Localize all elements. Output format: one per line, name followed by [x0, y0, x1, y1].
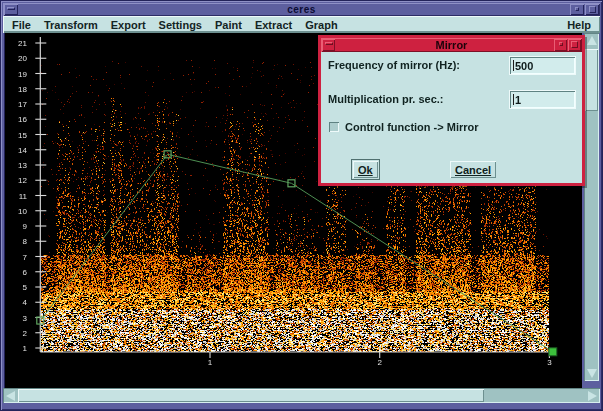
menu-graph[interactable]: Graph	[305, 19, 337, 31]
arrow-down-icon	[587, 369, 597, 378]
mirror-dialog: Mirror Frequency of mirror (Hz): 500 Mul…	[318, 35, 585, 186]
horizontal-scrollbar-thumb[interactable]	[18, 389, 484, 402]
control-function-checkbox[interactable]: Control function -> Mirror	[329, 121, 479, 133]
minimize-icon	[575, 7, 579, 11]
text-caret	[513, 60, 514, 71]
scroll-up-button[interactable]	[585, 34, 598, 47]
menu-export[interactable]: Export	[111, 19, 146, 31]
dialog-minimize-icon	[559, 42, 563, 46]
control-point-end-marker[interactable]	[549, 348, 557, 356]
dialog-body: Frequency of mirror (Hz): 500 Multiplica…	[321, 52, 582, 183]
window-title: ceres	[3, 4, 600, 15]
menubar: File Transform Export Settings Paint Ext…	[3, 16, 600, 33]
menu-settings[interactable]: Settings	[159, 19, 202, 31]
vertical-scrollbar[interactable]	[584, 33, 599, 381]
y-axis-tick-label: 13	[7, 161, 27, 170]
x-axis-tick-label: 1	[203, 358, 217, 367]
y-axis-tick-label: 1	[7, 344, 27, 353]
multiplication-input[interactable]: 1	[510, 91, 575, 108]
checkbox-label: Control function -> Mirror	[345, 121, 479, 133]
app-window: ceres File Transform Export Settings Pai…	[0, 0, 603, 411]
horizontal-scrollbar[interactable]	[3, 388, 600, 403]
text-caret	[513, 94, 514, 105]
cancel-button[interactable]: Cancel	[450, 161, 496, 178]
x-axis-tick-label: 3	[542, 358, 556, 367]
maximize-icon	[589, 6, 596, 13]
dialog-minimize-button[interactable]	[554, 39, 567, 51]
y-axis-tick-label: 12	[7, 176, 27, 185]
y-axis-tick-label: 16	[7, 115, 27, 124]
menu-file[interactable]: File	[12, 19, 31, 31]
menu-extract[interactable]: Extract	[255, 19, 292, 31]
y-axis-tick-label: 15	[7, 131, 27, 140]
y-axis-tick-label: 20	[7, 54, 27, 63]
titlebar[interactable]: ceres	[3, 3, 600, 16]
arrow-right-icon	[588, 391, 597, 401]
y-axis-tick-label: 6	[7, 268, 27, 277]
frequency-value: 500	[515, 60, 533, 72]
dialog-maximize-icon	[571, 41, 578, 48]
minimize-button[interactable]	[570, 4, 584, 15]
multiplication-value: 1	[515, 94, 521, 106]
y-axis-tick-label: 9	[7, 222, 27, 231]
vertical-scrollbar-thumb[interactable]	[585, 49, 598, 111]
maximize-button[interactable]	[585, 4, 599, 15]
frequency-label: Frequency of mirror (Hz):	[328, 59, 460, 71]
ok-button[interactable]: Ok	[353, 161, 378, 178]
x-axis-tick-label: 2	[373, 358, 387, 367]
menu-paint[interactable]: Paint	[215, 19, 242, 31]
y-axis-tick-label: 5	[7, 283, 27, 292]
dialog-maximize-button[interactable]	[568, 39, 581, 51]
y-axis-tick-label: 18	[7, 85, 27, 94]
y-axis-tick-label: 7	[7, 253, 27, 262]
arrow-up-icon	[587, 36, 597, 45]
dialog-titlebar[interactable]: Mirror	[321, 38, 582, 52]
y-axis-tick-label: 10	[7, 207, 27, 216]
checkbox-icon	[329, 122, 339, 132]
y-axis-tick-label: 4	[7, 298, 27, 307]
y-axis-tick-label: 11	[7, 192, 27, 201]
menu-transform[interactable]: Transform	[44, 19, 98, 31]
frequency-input[interactable]: 500	[510, 57, 575, 74]
y-axis-tick-label: 2	[7, 329, 27, 338]
y-axis-tick-label: 8	[7, 237, 27, 246]
dialog-title: Mirror	[321, 39, 582, 51]
menu-help[interactable]: Help	[567, 19, 591, 31]
y-axis-tick-label: 19	[7, 70, 27, 79]
y-axis-tick-label: 21	[7, 39, 27, 48]
scroll-left-button[interactable]	[4, 389, 17, 402]
scroll-right-button[interactable]	[586, 389, 599, 402]
multiplication-label: Multiplication pr. sec.:	[328, 93, 444, 105]
y-axis-tick-label: 17	[7, 100, 27, 109]
arrow-left-icon	[6, 391, 15, 401]
scroll-down-button[interactable]	[585, 367, 598, 380]
y-axis-tick-label: 14	[7, 146, 27, 155]
y-axis-tick-label: 3	[7, 314, 27, 323]
